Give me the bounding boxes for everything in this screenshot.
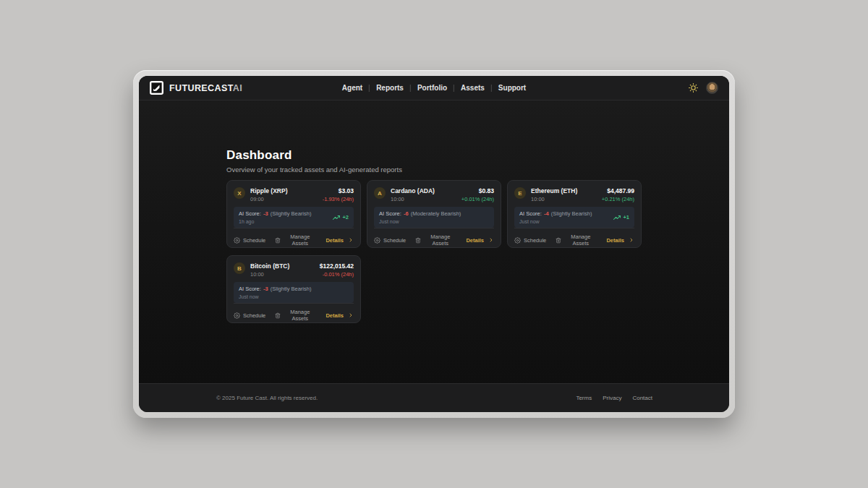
trending-up-icon xyxy=(333,214,340,221)
nav-item-assets[interactable]: Assets xyxy=(454,84,491,92)
card-actions: Schedule Manage Assets Details xyxy=(374,228,494,247)
asset-avatar: A xyxy=(374,187,386,199)
ai-score-label: AI Score: xyxy=(379,210,401,217)
main-nav: Agent Reports Portfolio Assets Support xyxy=(336,84,532,92)
asset-card-ethereum: E Ethereum (ETH) 10:00 $4,487.99 +0.21% … xyxy=(507,180,642,248)
asset-name: Ethereum (ETH) xyxy=(531,187,577,194)
footer-link-privacy[interactable]: Privacy xyxy=(603,395,621,401)
trend-badge: +2 xyxy=(333,214,349,221)
trend-value: +1 xyxy=(623,214,629,221)
trend-badge: +1 xyxy=(613,214,629,221)
ai-score-panel: AI Score: -4 (Slightly Bearish) Just now… xyxy=(514,207,634,228)
trash-icon xyxy=(415,237,421,244)
card-actions: Schedule Manage Assets Details xyxy=(234,303,354,322)
nav-item-reports[interactable]: Reports xyxy=(370,84,410,92)
ai-score-updated: Just now xyxy=(379,219,461,224)
gear-icon xyxy=(234,237,240,244)
ai-score-value: -6 xyxy=(403,210,409,217)
ai-score-sentiment: (Slightly Bearish) xyxy=(271,210,312,217)
asset-price: $3.03 xyxy=(323,187,354,194)
card-header: X Ripple (XRP) 09:00 $3.03 -1.93% (24h) xyxy=(234,187,354,202)
asset-report-time: 10:00 xyxy=(250,271,289,278)
chevron-right-icon xyxy=(488,237,494,243)
schedule-button[interactable]: Schedule xyxy=(234,237,265,244)
main-content: Dashboard Overview of your tracked asset… xyxy=(139,100,729,383)
manage-assets-button[interactable]: Manage Assets xyxy=(275,234,316,247)
footer-link-contact[interactable]: Contact xyxy=(632,395,652,401)
trash-icon xyxy=(556,237,561,244)
gear-icon xyxy=(514,237,521,244)
ai-score-value: -4 xyxy=(543,210,550,217)
asset-report-time: 10:00 xyxy=(391,196,435,202)
app-window: FUTURECASTAI Agent Reports Portfolio Ass… xyxy=(133,70,735,418)
ai-score-label: AI Score: xyxy=(239,286,261,292)
trend-value: +2 xyxy=(342,214,349,221)
ai-score-label: AI Score: xyxy=(519,210,542,217)
page-subtitle: Overview of your tracked assets and AI-g… xyxy=(226,166,402,174)
ai-score-value: -3 xyxy=(263,286,269,292)
card-header: E Ethereum (ETH) 10:00 $4,487.99 +0.21% … xyxy=(514,187,634,202)
details-button[interactable]: Details xyxy=(326,237,354,244)
nav-item-portfolio[interactable]: Portfolio xyxy=(411,84,454,92)
asset-card-ripple: X Ripple (XRP) 09:00 $3.03 -1.93% (24h) xyxy=(226,180,361,248)
asset-price: $4,487.99 xyxy=(602,187,634,194)
ai-score-value: -3 xyxy=(263,210,269,217)
manage-assets-button[interactable]: Manage Assets xyxy=(556,234,597,247)
schedule-button[interactable]: Schedule xyxy=(234,312,265,319)
schedule-button[interactable]: Schedule xyxy=(374,237,406,244)
asset-report-time: 10:00 xyxy=(531,196,577,202)
footer-link-terms[interactable]: Terms xyxy=(576,395,592,401)
theme-toggle-button[interactable] xyxy=(689,83,698,93)
asset-name: Bitcoin (BTC) xyxy=(250,262,289,270)
copyright-text: © 2025 Future Cast. All rights reserved. xyxy=(216,395,318,401)
asset-price: $0.83 xyxy=(461,187,494,194)
page-header: Dashboard Overview of your tracked asset… xyxy=(226,148,402,174)
asset-card-cardano: A Cardano (ADA) 10:00 $0.83 +0.01% (24h) xyxy=(367,180,501,248)
ai-score-sentiment: (Slightly Bearish) xyxy=(271,286,312,292)
ai-score-label: AI Score: xyxy=(239,210,261,217)
footer-links: Terms Privacy Contact xyxy=(576,395,652,401)
asset-price: $122,015.42 xyxy=(320,262,354,270)
gear-icon xyxy=(374,237,380,244)
ai-score-updated: Just now xyxy=(519,219,592,224)
manage-assets-button[interactable]: Manage Assets xyxy=(415,234,456,247)
details-button[interactable]: Details xyxy=(606,237,634,244)
asset-report-time: 09:00 xyxy=(250,196,287,202)
trash-icon xyxy=(275,312,281,319)
brand[interactable]: FUTURECASTAI xyxy=(150,81,242,95)
user-avatar[interactable] xyxy=(706,82,718,94)
sun-icon xyxy=(689,83,698,93)
asset-card-bitcoin: B Bitcoin (BTC) 10:00 $122,015.42 -0.01%… xyxy=(226,255,361,323)
ai-score-panel: AI Score: -6 (Moderately Bearish) Just n… xyxy=(374,207,494,228)
trending-up-icon xyxy=(613,214,621,221)
topbar-actions xyxy=(689,82,718,94)
card-actions: Schedule Manage Assets Details xyxy=(514,228,634,247)
schedule-button[interactable]: Schedule xyxy=(514,237,546,244)
asset-change: -0.01% (24h) xyxy=(320,271,354,278)
desktop-background: FUTURECASTAI Agent Reports Portfolio Ass… xyxy=(0,0,868,488)
top-navigation-bar: FUTURECASTAI Agent Reports Portfolio Ass… xyxy=(139,76,729,100)
chevron-right-icon xyxy=(348,312,354,318)
asset-change: +0.01% (24h) xyxy=(461,196,494,202)
ai-score-panel: AI Score: -3 (Slightly Bearish) 1h ago +… xyxy=(234,207,354,228)
asset-avatar: E xyxy=(514,187,526,199)
manage-assets-button[interactable]: Manage Assets xyxy=(275,309,316,322)
nav-item-support[interactable]: Support xyxy=(492,84,532,92)
details-button[interactable]: Details xyxy=(326,312,354,319)
page-title: Dashboard xyxy=(226,148,402,163)
card-actions: Schedule Manage Assets Details xyxy=(234,228,354,247)
card-header: B Bitcoin (BTC) 10:00 $122,015.42 -0.01%… xyxy=(234,262,354,278)
nav-item-agent[interactable]: Agent xyxy=(336,84,369,92)
asset-avatar: B xyxy=(234,262,245,274)
app-footer: © 2025 Future Cast. All rights reserved.… xyxy=(139,383,729,412)
asset-change: -1.93% (24h) xyxy=(323,196,354,202)
details-button[interactable]: Details xyxy=(466,237,494,244)
ai-score-updated: Just now xyxy=(239,294,311,299)
asset-change: +0.21% (24h) xyxy=(602,196,634,202)
ai-score-panel: AI Score: -3 (Slightly Bearish) Just now xyxy=(234,282,354,303)
brand-name: FUTURECASTAI xyxy=(169,83,242,93)
ai-score-sentiment: (Moderately Bearish) xyxy=(411,210,461,217)
asset-name: Ripple (XRP) xyxy=(250,187,287,194)
card-header: A Cardano (ADA) 10:00 $0.83 +0.01% (24h) xyxy=(374,187,494,202)
asset-avatar: X xyxy=(234,187,245,199)
